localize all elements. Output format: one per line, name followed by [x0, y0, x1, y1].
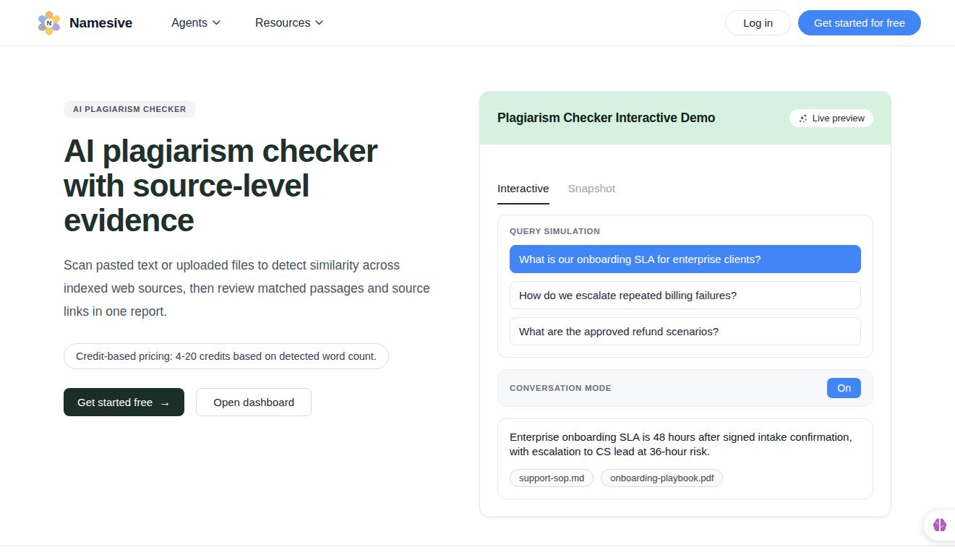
query-option-1[interactable]: What is our onboarding SLA for enterpris…: [510, 245, 861, 273]
tab-interactive[interactable]: Interactive: [497, 182, 549, 204]
conversation-mode-row: CONVERSATION MODE On: [497, 369, 873, 407]
brand-name: Namesive: [69, 15, 132, 31]
hero-description: Scan pasted text or uploaded files to de…: [64, 254, 443, 323]
demo-card-header: Plagiarism Checker Interactive Demo Live…: [480, 92, 891, 145]
query-simulation-panel: QUERY SIMULATION What is our onboarding …: [497, 215, 873, 358]
nav-actions: Log in Get started for free: [725, 10, 921, 35]
nav-item-label: Resources: [255, 17, 310, 30]
demo-tabs: Interactive Snapshot: [497, 182, 873, 204]
svg-text:N: N: [47, 19, 52, 27]
sparkles-icon: [798, 113, 808, 124]
hero-cta-row: Get started free → Open dashboard: [64, 388, 458, 416]
conversation-mode-toggle[interactable]: On: [827, 378, 861, 398]
demo-card: Plagiarism Checker Interactive Demo Live…: [479, 91, 891, 517]
top-nav: N Namesive Agents Resources Log in Get s…: [0, 0, 955, 46]
tab-snapshot[interactable]: Snapshot: [568, 182, 616, 204]
nav-item-label: Agents: [171, 17, 207, 30]
open-dashboard-button[interactable]: Open dashboard: [196, 388, 312, 416]
chat-widget-button[interactable]: [923, 509, 955, 541]
footer-divider: [0, 546, 955, 546]
source-chip[interactable]: support-sop.md: [510, 469, 594, 487]
nav-links: Agents Resources: [171, 17, 323, 30]
brand[interactable]: N Namesive: [36, 10, 132, 36]
answer-card: Enterprise onboarding SLA is 48 hours af…: [497, 418, 873, 499]
brain-icon: [931, 517, 948, 534]
category-badge: AI PLAGIARISM CHECKER: [64, 100, 196, 118]
query-simulation-label: QUERY SIMULATION: [510, 227, 861, 236]
query-option-2[interactable]: How do we escalate repeated billing fail…: [510, 281, 861, 309]
query-option-3[interactable]: What are the approved refund scenarios?: [510, 317, 861, 345]
hero-copy: AI PLAGIARISM CHECKER AI plagiarism chec…: [64, 100, 458, 517]
page-title: AI plagiarism checker with source-level …: [64, 134, 383, 238]
pricing-note-pill: Credit-based pricing: 4-20 credits based…: [64, 343, 389, 369]
chevron-down-icon: [213, 20, 220, 25]
nav-item-agents[interactable]: Agents: [171, 17, 220, 30]
chevron-down-icon: [315, 20, 323, 25]
demo-card-body: Interactive Snapshot QUERY SIMULATION Wh…: [480, 145, 891, 517]
get-started-free-nav-button[interactable]: Get started for free: [798, 10, 921, 35]
login-button[interactable]: Log in: [725, 10, 791, 35]
hero-section: AI PLAGIARISM CHECKER AI plagiarism chec…: [0, 46, 955, 517]
flower-logo-icon: N: [36, 10, 62, 36]
source-chip[interactable]: onboarding-playbook.pdf: [601, 469, 723, 487]
primary-cta-label: Get started free: [77, 396, 153, 408]
source-chips: support-sop.md onboarding-playbook.pdf: [510, 469, 861, 487]
answer-text: Enterprise onboarding SLA is 48 hours af…: [510, 430, 864, 459]
get-started-free-button[interactable]: Get started free →: [64, 388, 184, 416]
live-preview-badge: Live preview: [789, 109, 873, 127]
conversation-mode-label: CONVERSATION MODE: [510, 384, 612, 392]
arrow-right-icon: →: [159, 397, 171, 408]
live-preview-label: Live preview: [813, 113, 865, 124]
demo-title: Plagiarism Checker Interactive Demo: [497, 111, 715, 126]
nav-item-resources[interactable]: Resources: [255, 17, 323, 30]
